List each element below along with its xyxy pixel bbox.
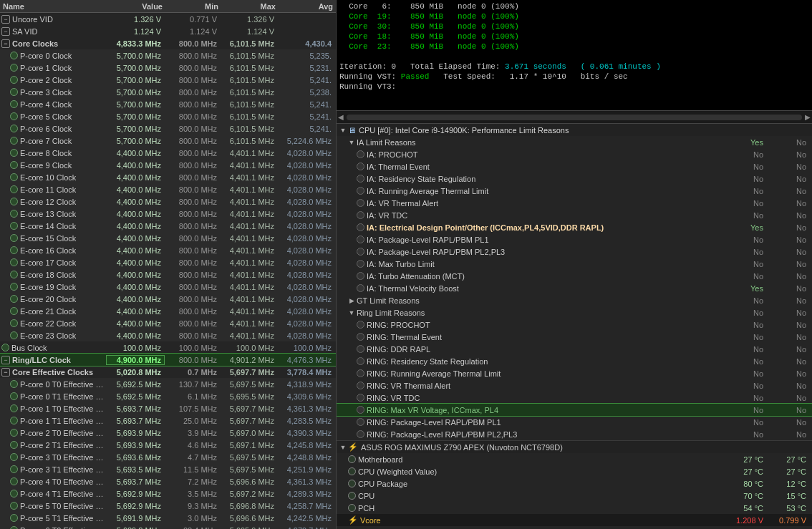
minus-icon[interactable]: − — [1, 15, 10, 24]
board-section-header[interactable]: ▼ ⚡ ASUS ROG MAXIMUS Z790 APEX (Nuvoton … — [337, 441, 812, 453]
tree-row[interactable]: P-core 2 T1 Effective Clock 5,693.9 MHz … — [0, 439, 336, 451]
tree-row[interactable]: E-core 23 Clock 4,400.0 MHz 800.0 MHz 4,… — [0, 329, 336, 341]
ia-item[interactable]: IA: VR TDC No No — [337, 209, 812, 221]
ring-item[interactable]: RING: Package-Level RAPL/PBM PL1 No No — [337, 416, 812, 428]
board-item[interactable]: CPU 70 °C 15 °C — [337, 490, 812, 502]
tree-row[interactable]: E-core 13 Clock 4,400.0 MHz 800.0 MHz 4,… — [0, 208, 336, 220]
board-item[interactable]: CPU (Weighted Value) 27 °C 27 °C — [337, 465, 812, 477]
ia-item[interactable]: IA: Residency State Regulation No No — [337, 173, 812, 185]
max-col: 4,401.1 MHz — [220, 210, 277, 218]
expand-ring-icon[interactable]: ▼ — [348, 309, 355, 316]
tree-row[interactable]: P-core 0 T1 Effective Clock 5,692.5 MHz … — [0, 390, 336, 402]
tree-row[interactable]: − Core Effective Clocks 5,020.8 MHz 0.7 … — [0, 366, 336, 378]
ia-item[interactable]: IA: Thermal Event No No — [337, 160, 812, 173]
board-item[interactable]: CPU Package 80 °C 12 °C — [337, 477, 812, 490]
tree-row[interactable]: E-core 17 Clock 4,400.0 MHz 800.0 MHz 4,… — [0, 256, 336, 268]
expand-icon[interactable]: ▼ — [339, 127, 347, 134]
tree-row[interactable]: E-core 18 Clock 4,400.0 MHz 800.0 MHz 4,… — [0, 268, 336, 281]
board-item[interactable]: PCH 54 °C 53 °C — [337, 502, 812, 514]
tree-row[interactable]: P-core 2 T0 Effective Clock 5,693.9 MHz … — [0, 427, 336, 439]
ring-item[interactable]: RING: Thermal Event No No — [337, 331, 812, 343]
col-name-header: Name — [0, 2, 108, 11]
ring-item[interactable]: RING: VR TDC No No — [337, 392, 812, 404]
expand-ia-icon[interactable]: ▼ — [348, 139, 355, 146]
ring-item[interactable]: RING: Running Average Thermal Limit No N… — [337, 367, 812, 379]
ring-item[interactable]: RING: Residency State Regulation No No — [337, 355, 812, 367]
tree-row[interactable]: Bus Clock 100.0 MHz 100.0 MHz 100.0 MHz … — [0, 341, 336, 354]
gt-limit-section[interactable]: ▶ GT Limit Reasons No No — [337, 294, 812, 306]
tree-row[interactable]: E-core 15 Clock 4,400.0 MHz 800.0 MHz 4,… — [0, 232, 336, 244]
ia-item[interactable]: IA: Thermal Velocity Boost Yes No — [337, 282, 812, 294]
tree-row[interactable]: P-core 3 T0 Effective Clock 5,693.6 MHz … — [0, 451, 336, 463]
ia-item[interactable]: IA: VR Thermal Alert No No — [337, 197, 812, 209]
terminal-line: Running VST: Passed Test Speed: 1.17 * 1… — [339, 72, 809, 82]
tree-row[interactable]: P-core 3 Clock 5,700.0 MHz 800.0 MHz 6,1… — [0, 86, 336, 98]
ring-col1: No — [723, 309, 766, 317]
scroll-left-btn[interactable]: ◀ — [338, 113, 344, 121]
expand-gt-icon[interactable]: ▶ — [348, 297, 355, 304]
tree-row[interactable]: E-core 10 Clock 4,400.0 MHz 800.0 MHz 4,… — [0, 171, 336, 183]
expand-board-icon[interactable]: ▼ — [339, 444, 347, 451]
ring-item[interactable]: RING: Package-Level RAPL/PBM PL2,PL3 No … — [337, 428, 812, 440]
ia-limit-section[interactable]: ▼ IA Limit Reasons Yes No — [337, 136, 812, 148]
tree-row[interactable]: E-core 22 Clock 4,400.0 MHz 800.0 MHz 4,… — [0, 317, 336, 329]
minus-icon[interactable]: − — [1, 368, 10, 377]
minus-icon[interactable]: − — [1, 39, 10, 48]
tree-row[interactable]: P-core 1 Clock 5,700.0 MHz 800.0 MHz 6,1… — [0, 62, 336, 74]
ia-item[interactable]: IA: Turbo Attenuation (MCT) No No — [337, 270, 812, 282]
h-scrollbar[interactable] — [347, 115, 802, 120]
tree-row[interactable]: E-core 19 Clock 4,400.0 MHz 800.0 MHz 4,… — [0, 281, 336, 293]
tree-row[interactable]: − Uncore VID 1.326 V 0.771 V 1.326 V — [0, 13, 336, 25]
tree-row[interactable]: P-core 6 Clock 5,700.0 MHz 800.0 MHz 6,1… — [0, 122, 336, 135]
tree-row[interactable]: P-core 6 T0 Effective Clock 5,689.8 MHz … — [0, 524, 336, 529]
tree-row[interactable]: P-core 2 Clock 5,700.0 MHz 800.0 MHz 6,1… — [0, 74, 336, 86]
board-item[interactable]: ⚡ Vcore 1.208 V 0.799 V — [337, 514, 812, 526]
ring-item[interactable]: RING: VR Thermal Alert No No — [337, 379, 812, 392]
terminal-scrollbar[interactable]: ◀ ▶ — [337, 111, 812, 124]
tree-row[interactable]: P-core 4 T0 Effective Clock 5,693.7 MHz … — [0, 475, 336, 487]
tree-row[interactable]: P-core 4 T1 Effective Clock 5,692.9 MHz … — [0, 487, 336, 500]
tree-label: Core Effective Clocks — [12, 368, 107, 377]
tree-row[interactable]: P-core 3 T1 Effective Clock 5,693.5 MHz … — [0, 463, 336, 475]
tree-row[interactable]: E-core 8 Clock 4,400.0 MHz 800.0 MHz 4,4… — [0, 147, 336, 159]
tree-row[interactable]: − Core Clocks 4,833.3 MHz 800.0 MHz 6,10… — [0, 37, 336, 49]
lightning-icon: ⚡ — [348, 515, 358, 525]
tree-row[interactable]: E-core 9 Clock 4,400.0 MHz 800.0 MHz 4,4… — [0, 159, 336, 171]
minus-small-icon — [357, 430, 364, 438]
tree-row[interactable]: P-core 5 T1 Effective Clock 5,691.9 MHz … — [0, 512, 336, 524]
tree-row[interactable]: E-core 14 Clock 4,400.0 MHz 800.0 MHz 4,… — [0, 220, 336, 232]
tree-row[interactable]: E-core 20 Clock 4,400.0 MHz 800.0 MHz 4,… — [0, 293, 336, 305]
ia-item[interactable]: IA: Electrical Design Point/Other (ICCma… — [337, 221, 812, 233]
minus-icon[interactable]: − — [1, 356, 10, 364]
ia-item[interactable]: IA: Max Turbo Limit No No — [337, 258, 812, 270]
ia-item[interactable]: IA: Package-Level RAPL/PBM PL2,PL3 No No — [337, 246, 812, 258]
tree-row[interactable]: − Ring/LLC Clock 4,900.0 MHz 800.0 MHz 4… — [0, 354, 336, 366]
tree-row[interactable]: E-core 16 Clock 4,400.0 MHz 800.0 MHz 4,… — [0, 244, 336, 256]
ring-item[interactable]: RING: Max VR Voltage, ICCmax, PL4 No No — [337, 404, 812, 416]
scroll-right-btn[interactable]: ▶ — [805, 113, 811, 121]
tree-row[interactable]: − SA VID 1.124 V 1.124 V 1.124 V — [0, 25, 336, 37]
max-col: 6,101.5 MHz — [220, 100, 277, 109]
avg-col: 4,028.0 MHz — [277, 210, 334, 218]
tree-row[interactable]: P-core 0 Clock 5,700.0 MHz 800.0 MHz 6,1… — [0, 49, 336, 62]
tree-row[interactable]: E-core 12 Clock 4,400.0 MHz 800.0 MHz 4,… — [0, 195, 336, 208]
minus-icon[interactable]: − — [1, 27, 10, 36]
tree-row[interactable]: P-core 5 T0 Effective Clock 5,692.9 MHz … — [0, 500, 336, 512]
tree-row[interactable]: E-core 11 Clock 4,400.0 MHz 800.0 MHz 4,… — [0, 183, 336, 195]
tree-row[interactable]: P-core 4 Clock 5,700.0 MHz 800.0 MHz 6,1… — [0, 98, 336, 110]
ia-item[interactable]: IA: Package-Level RAPL/PBM PL1 No No — [337, 233, 812, 246]
ring-limit-section[interactable]: ▼ Ring Limit Reasons No No — [337, 306, 812, 319]
ia-item[interactable]: IA: PROCHOT No No — [337, 148, 812, 160]
tree-row[interactable]: P-core 5 Clock 5,700.0 MHz 800.0 MHz 6,1… — [0, 110, 336, 122]
ia-item[interactable]: IA: Running Average Thermal Limit No No — [337, 185, 812, 197]
board-item[interactable]: Motherboard 27 °C 27 °C — [337, 453, 812, 465]
ring-item[interactable]: RING: DDR RAPL No No — [337, 343, 812, 355]
tree-row[interactable]: P-core 7 Clock 5,700.0 MHz 800.0 MHz 6,1… — [0, 135, 336, 147]
ring-item[interactable]: RING: PROCHOT No No — [337, 319, 812, 331]
tree-row[interactable]: P-core 1 T1 Effective Clock 5,693.7 MHz … — [0, 414, 336, 427]
board-item-col2: 12 °C — [766, 480, 809, 488]
cpu-section-header[interactable]: ▼ 🖥 CPU [#0]: Intel Core i9-14900K: Perf… — [337, 124, 812, 136]
tree-row[interactable]: P-core 0 T0 Effective Clock 5,692.5 MHz … — [0, 378, 336, 390]
tree-row[interactable]: E-core 21 Clock 4,400.0 MHz 800.0 MHz 4,… — [0, 305, 336, 317]
tree-row[interactable]: P-core 1 T0 Effective Clock 5,693.7 MHz … — [0, 402, 336, 414]
